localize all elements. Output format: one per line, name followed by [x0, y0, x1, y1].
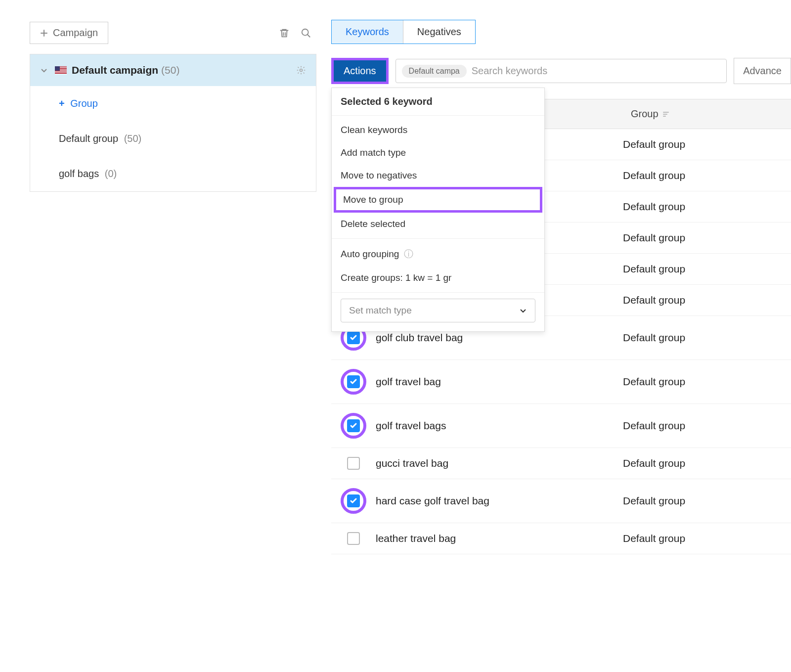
group-cell: Default group	[623, 138, 791, 150]
action-move-to-group[interactable]: Move to group	[334, 187, 542, 213]
group-cell: Default group	[623, 201, 791, 213]
advanced-filters-button[interactable]: Advance	[734, 58, 791, 84]
row-checkbox[interactable]	[347, 375, 360, 388]
action-create-groups[interactable]: Create groups: 1 kw = 1 gr	[332, 267, 544, 289]
add-campaign-button[interactable]: Campaign	[30, 22, 108, 44]
actions-button[interactable]: Actions	[334, 60, 386, 82]
action-clean-keywords[interactable]: Clean keywords	[332, 119, 544, 141]
checkbox-cell	[331, 457, 376, 470]
actions-dropdown: Selected 6 keyword Clean keywords Add ma…	[331, 88, 545, 332]
search-input[interactable]	[467, 62, 720, 80]
group-cell: Default group	[623, 420, 791, 432]
row-checkbox[interactable]	[347, 457, 360, 470]
row-checkbox[interactable]	[347, 532, 360, 545]
highlight-ring	[341, 413, 366, 439]
group-cell: Default group	[623, 376, 791, 388]
checkbox-cell	[331, 488, 376, 514]
match-type-placeholder: Set match type	[349, 305, 412, 316]
add-campaign-label: Campaign	[53, 27, 98, 39]
sidebar-item-group[interactable]: Default group (50)	[30, 121, 316, 156]
keyword-cell: hard case golf travel bag	[376, 495, 623, 507]
row-checkbox[interactable]	[347, 419, 360, 432]
group-cell: Default group	[623, 457, 791, 469]
keyword-cell: golf travel bags	[376, 420, 623, 432]
group-count: (0)	[105, 168, 117, 179]
match-type-select[interactable]: Set match type	[341, 299, 535, 322]
gear-icon[interactable]	[296, 65, 306, 75]
table-row: golf travel bagDefault group	[331, 360, 791, 404]
table-row: leather travel bagDefault group	[331, 523, 791, 554]
keyword-cell: leather travel bag	[376, 533, 623, 544]
campaign-row[interactable]: Default campaign (50)	[30, 54, 316, 86]
action-add-match-type[interactable]: Add match type	[332, 141, 544, 164]
chevron-down-icon	[40, 66, 48, 74]
group-cell: Default group	[623, 232, 791, 244]
search-icon[interactable]	[300, 27, 312, 40]
table-row: golf travel bagsDefault group	[331, 404, 791, 448]
search-box[interactable]: Default campa	[396, 59, 727, 83]
search-chip[interactable]: Default campa	[402, 65, 467, 78]
group-cell: Default group	[623, 294, 791, 306]
campaign-title: Default campaign	[72, 64, 158, 76]
trash-icon[interactable]	[278, 27, 291, 40]
tab-keywords[interactable]: Keywords	[332, 20, 403, 44]
us-flag-icon	[55, 66, 67, 74]
keyword-cell: gucci travel bag	[376, 457, 623, 469]
actions-highlight: Actions	[331, 58, 389, 84]
keyword-cell: golf club travel bag	[376, 332, 623, 344]
group-label: golf bags	[59, 168, 99, 179]
keyword-cell: golf travel bag	[376, 376, 623, 388]
highlight-ring	[341, 488, 366, 514]
group-cell: Default group	[623, 170, 791, 181]
dropdown-header: Selected 6 keyword	[332, 88, 544, 116]
sort-icon	[662, 111, 669, 118]
info-icon: ⓘ	[404, 249, 413, 259]
svg-point-0	[302, 29, 308, 35]
chevron-down-icon	[519, 307, 527, 314]
add-group-label: Group	[70, 98, 98, 109]
svg-point-1	[300, 69, 303, 72]
tabs: Keywords Negatives	[331, 20, 476, 44]
sidebar: Default campaign (50) + Group Default gr…	[30, 54, 316, 192]
group-count: (50)	[124, 133, 142, 144]
checkbox-cell	[331, 532, 376, 545]
checkbox-cell	[331, 369, 376, 395]
tab-negatives[interactable]: Negatives	[403, 20, 475, 44]
th-group[interactable]: Group	[623, 99, 791, 129]
row-checkbox[interactable]	[347, 494, 360, 507]
th-group-label: Group	[631, 108, 659, 120]
toolbar: Actions Default campa Advance Selected 6…	[331, 58, 791, 84]
action-move-to-negatives[interactable]: Move to negatives	[332, 164, 544, 187]
table-row: hard case golf travel bagDefault group	[331, 479, 791, 523]
group-label: Default group	[59, 133, 118, 144]
group-cell: Default group	[623, 495, 791, 507]
table-row: gucci travel bagDefault group	[331, 448, 791, 479]
sidebar-item-group[interactable]: golf bags (0)	[30, 156, 316, 191]
plus-icon: +	[59, 98, 65, 109]
action-auto-grouping[interactable]: Auto grouping ⓘ	[332, 242, 544, 267]
auto-grouping-label: Auto grouping	[341, 249, 399, 259]
group-cell: Default group	[623, 332, 791, 344]
row-checkbox[interactable]	[347, 331, 360, 344]
group-cell: Default group	[623, 263, 791, 275]
group-cell: Default group	[623, 533, 791, 544]
action-delete-selected[interactable]: Delete selected	[332, 213, 544, 235]
campaign-count: (50)	[161, 64, 179, 76]
checkbox-cell	[331, 413, 376, 439]
highlight-ring	[341, 369, 366, 395]
plus-icon	[40, 29, 48, 37]
add-group-button[interactable]: + Group	[30, 86, 316, 121]
